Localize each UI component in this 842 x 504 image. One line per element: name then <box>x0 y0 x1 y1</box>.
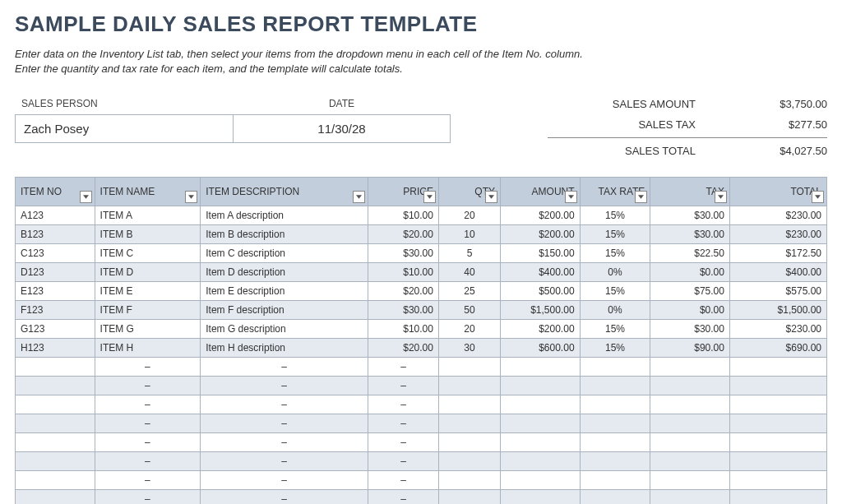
filter-item-desc[interactable] <box>353 191 365 203</box>
cell-item-no[interactable]: B123 <box>16 225 95 244</box>
cell-qty[interactable] <box>438 490 500 504</box>
header-tax-rate[interactable]: TAX RATE <box>580 178 650 206</box>
cell-item-name[interactable]: ITEM E <box>95 282 201 301</box>
cell-qty[interactable] <box>438 377 500 395</box>
cell-price[interactable]: $20.00 <box>368 225 439 244</box>
cell-item-name[interactable]: ITEM D <box>95 263 201 282</box>
cell-item-desc[interactable]: – <box>201 358 368 377</box>
cell-tax-rate[interactable] <box>580 433 650 452</box>
cell-item-name[interactable]: – <box>95 377 201 395</box>
cell-price[interactable]: – <box>368 414 439 433</box>
cell-item-desc[interactable]: Item E description <box>201 282 368 301</box>
cell-tax-rate[interactable] <box>580 490 650 504</box>
cell-item-name[interactable]: ITEM H <box>95 339 201 358</box>
cell-item-name[interactable]: – <box>95 471 201 490</box>
cell-item-no[interactable] <box>16 414 95 433</box>
cell-item-desc[interactable]: – <box>201 433 368 452</box>
cell-item-name[interactable]: – <box>95 433 201 452</box>
filter-item-name[interactable] <box>185 191 197 203</box>
cell-price[interactable]: – <box>368 433 439 452</box>
cell-item-desc[interactable]: Item A description <box>201 206 368 225</box>
cell-price[interactable]: – <box>368 377 439 395</box>
cell-qty[interactable]: 20 <box>438 320 500 339</box>
cell-item-no[interactable] <box>16 358 95 377</box>
header-item-desc[interactable]: ITEM DESCRIPTION <box>201 178 368 206</box>
cell-tax-rate[interactable]: 0% <box>580 301 650 320</box>
cell-item-desc[interactable]: Item F description <box>201 301 368 320</box>
cell-qty[interactable]: 50 <box>438 301 500 320</box>
cell-tax-rate[interactable]: 15% <box>580 206 650 225</box>
cell-item-name[interactable]: – <box>95 490 201 504</box>
cell-item-desc[interactable]: – <box>201 490 368 504</box>
cell-item-desc[interactable]: Item H description <box>201 339 368 358</box>
cell-item-name[interactable]: – <box>95 395 201 414</box>
cell-item-no[interactable]: F123 <box>16 301 95 320</box>
cell-price[interactable]: – <box>368 471 439 490</box>
cell-tax-rate[interactable] <box>580 452 650 471</box>
cell-qty[interactable]: 20 <box>438 206 500 225</box>
cell-price[interactable]: $20.00 <box>368 282 439 301</box>
cell-tax-rate[interactable]: 15% <box>580 339 650 358</box>
cell-tax-rate[interactable] <box>580 414 650 433</box>
filter-amount[interactable] <box>565 191 577 203</box>
cell-item-no[interactable]: C123 <box>16 244 95 263</box>
cell-tax-rate[interactable]: 15% <box>580 282 650 301</box>
cell-item-name[interactable]: ITEM B <box>95 225 201 244</box>
cell-item-name[interactable]: ITEM C <box>95 244 201 263</box>
cell-item-no[interactable]: G123 <box>16 320 95 339</box>
cell-item-no[interactable] <box>16 471 95 490</box>
cell-qty[interactable] <box>438 395 500 414</box>
cell-item-no[interactable] <box>16 395 95 414</box>
cell-item-desc[interactable]: Item D description <box>201 263 368 282</box>
cell-price[interactable]: – <box>368 452 439 471</box>
header-price[interactable]: PRICE <box>368 178 439 206</box>
cell-item-no[interactable]: H123 <box>16 339 95 358</box>
cell-item-name[interactable]: ITEM F <box>95 301 201 320</box>
cell-item-no[interactable]: D123 <box>16 263 95 282</box>
cell-item-no[interactable] <box>16 490 95 504</box>
cell-price[interactable]: – <box>368 358 439 377</box>
date-input[interactable]: 11/30/28 <box>233 114 451 143</box>
sales-person-input[interactable]: Zach Posey <box>15 114 233 143</box>
cell-item-name[interactable]: ITEM G <box>95 320 201 339</box>
cell-tax-rate[interactable] <box>580 377 650 395</box>
cell-item-desc[interactable]: – <box>201 452 368 471</box>
cell-tax-rate[interactable]: 15% <box>580 225 650 244</box>
cell-price[interactable]: $30.00 <box>368 244 439 263</box>
cell-tax-rate[interactable] <box>580 358 650 377</box>
cell-tax-rate[interactable] <box>580 395 650 414</box>
cell-price[interactable]: – <box>368 395 439 414</box>
header-item-no[interactable]: ITEM NO <box>16 178 95 206</box>
cell-item-name[interactable]: – <box>95 414 201 433</box>
cell-item-desc[interactable]: – <box>201 395 368 414</box>
cell-tax-rate[interactable]: 0% <box>580 263 650 282</box>
filter-tax[interactable] <box>715 191 727 203</box>
cell-tax-rate[interactable]: 15% <box>580 320 650 339</box>
cell-qty[interactable]: 5 <box>438 244 500 263</box>
cell-qty[interactable] <box>438 471 500 490</box>
cell-qty[interactable] <box>438 358 500 377</box>
cell-item-no[interactable] <box>16 377 95 395</box>
cell-item-desc[interactable]: – <box>201 471 368 490</box>
filter-price[interactable] <box>423 191 436 203</box>
cell-price[interactable]: $20.00 <box>368 339 439 358</box>
header-item-name[interactable]: ITEM NAME <box>95 178 201 206</box>
cell-qty[interactable] <box>438 433 500 452</box>
cell-item-desc[interactable]: Item C description <box>201 244 368 263</box>
cell-qty[interactable]: 40 <box>438 263 500 282</box>
filter-total[interactable] <box>812 191 824 203</box>
cell-qty[interactable]: 30 <box>438 339 500 358</box>
cell-item-desc[interactable]: – <box>201 414 368 433</box>
cell-item-desc[interactable]: – <box>201 377 368 395</box>
cell-qty[interactable] <box>438 414 500 433</box>
header-tax[interactable]: TAX <box>650 178 730 206</box>
cell-qty[interactable]: 25 <box>438 282 500 301</box>
cell-price[interactable]: – <box>368 490 439 504</box>
cell-price[interactable]: $10.00 <box>368 320 439 339</box>
cell-item-desc[interactable]: Item B description <box>201 225 368 244</box>
filter-qty[interactable] <box>485 191 497 203</box>
cell-price[interactable]: $30.00 <box>368 301 439 320</box>
cell-qty[interactable]: 10 <box>438 225 500 244</box>
header-qty[interactable]: QTY <box>438 178 500 206</box>
header-total[interactable]: TOTAL <box>729 178 826 206</box>
